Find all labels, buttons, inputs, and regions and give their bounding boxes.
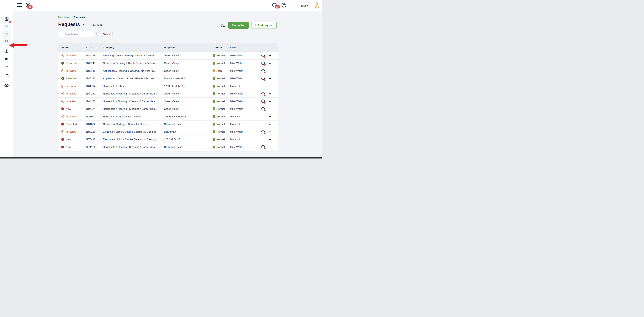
sidebar-item-rq[interactable]: RQ	[2, 31, 11, 38]
priority-label: Normal	[216, 54, 225, 57]
table-row[interactable]: In review 1184172 Household / Flooring /…	[58, 90, 278, 98]
priority-label: Normal	[216, 146, 225, 148]
chat-button[interactable]	[261, 76, 265, 81]
row-menu-button[interactable]	[269, 85, 273, 87]
status-cell: Resolved	[61, 77, 86, 80]
row-menu-button[interactable]	[269, 123, 273, 125]
table-row[interactable]: In review 1180159 Electrical / Lights / …	[58, 128, 278, 136]
column-property[interactable]: Property	[164, 46, 213, 49]
row-menu-button[interactable]	[269, 138, 273, 141]
row-menu-button[interactable]	[269, 93, 273, 95]
priority-indicator	[213, 69, 215, 72]
row-menu-button[interactable]	[269, 70, 273, 72]
row-menu-button[interactable]	[269, 131, 273, 133]
priority-cell: Normal	[213, 77, 230, 80]
chat-button[interactable]	[261, 61, 265, 65]
request-property: Green Valley	[164, 62, 213, 65]
status-label: In review	[66, 115, 76, 118]
column-id[interactable]: ID	[86, 46, 103, 49]
priority-indicator	[213, 54, 215, 57]
table-row[interactable]: In review 1185145 Appliances / Heating &…	[58, 67, 278, 75]
breadcrumb-dashboard-link[interactable]: Dashboard	[58, 16, 70, 19]
priority-label: High	[216, 69, 222, 72]
search-input[interactable]	[65, 33, 94, 36]
table-row[interactable]: In review 1185148 Plumbing / Leak / Leak…	[58, 52, 278, 59]
request-category: Electrical / Lights / Smoke Detectors / …	[103, 130, 164, 133]
request-category: Household / Flooring / Cleaning / Carpet…	[103, 100, 164, 103]
request-category: Household / Ceiling / Fan / Other	[103, 115, 164, 118]
table-row[interactable]: Resolved 1185147 Outdoors / Fencing & Ro…	[58, 59, 278, 67]
sidebar-item-files[interactable]	[2, 72, 11, 79]
row-menu-button[interactable]	[269, 108, 273, 110]
status-filter-button[interactable]: + Status	[96, 31, 112, 37]
chat-button[interactable]	[261, 92, 265, 96]
status-label: New	[66, 107, 71, 110]
priority-indicator	[213, 62, 215, 65]
requests-notification-dot	[9, 21, 11, 23]
row-menu-button[interactable]	[269, 54, 273, 57]
find-a-job-button[interactable]: Find a Job	[228, 22, 249, 29]
status-icon	[61, 138, 64, 141]
request-id: 1184714	[86, 85, 103, 88]
table-row[interactable]: Canceled 1181802 Outdoors / Garbage / Ru…	[58, 120, 278, 128]
messages-button[interactable]: 12	[272, 3, 278, 8]
page-actions: Find a Job + Add request	[221, 22, 276, 29]
help-button[interactable]	[281, 3, 286, 8]
user-menu[interactable]: Mary	[292, 2, 321, 9]
app-screen: 26 12 Mary	[0, 0, 322, 159]
row-menu-button[interactable]	[269, 146, 273, 148]
sidebar-divider	[3, 90, 10, 90]
row-menu-button[interactable]	[269, 116, 273, 118]
status-cell: Resolved	[61, 62, 86, 65]
request-property: Oakwood Estate	[164, 123, 213, 126]
priority-indicator	[213, 92, 215, 95]
priority-indicator	[213, 138, 215, 141]
request-category: Household / Flooring / Cleaning / Carpet…	[103, 92, 164, 95]
column-status[interactable]: Status	[61, 46, 86, 49]
table-row[interactable]: Resolved 1185143 Appliances / Oven / Sto…	[58, 75, 278, 82]
sidebar-item-calendar[interactable]	[2, 64, 11, 71]
request-category: Appliances / Heating & Cooling / No heat…	[103, 69, 164, 72]
status-cell: Canceled	[61, 123, 86, 126]
row-menu-button[interactable]	[269, 77, 273, 80]
table-row[interactable]: In review 1181992 Household / Ceiling / …	[58, 113, 278, 120]
chat-button[interactable]	[261, 69, 265, 73]
status-label: In review	[66, 54, 76, 57]
sidebar-item-requests[interactable]	[2, 22, 11, 29]
status-label: In review	[66, 69, 76, 72]
calendar-icon	[4, 65, 9, 70]
row-menu-button[interactable]	[269, 100, 273, 103]
status-icon	[61, 123, 64, 126]
chat-button[interactable]	[261, 99, 265, 103]
table-row[interactable]: In review 1184714 Household / Other 1233…	[58, 82, 278, 90]
avatar	[314, 2, 320, 9]
hamburger-menu-icon[interactable]	[17, 3, 22, 8]
chat-unread-dot	[264, 79, 266, 81]
requests-table: Status ID Category Property Priority Cli…	[58, 43, 278, 151]
column-priority[interactable]: Priority	[213, 46, 230, 49]
chat-button[interactable]	[261, 107, 265, 111]
status-icon	[61, 77, 64, 80]
table-row[interactable]: New 1178418 Electrical / Lights / Smoke …	[58, 136, 278, 143]
row-menu-button[interactable]	[269, 62, 273, 64]
chat-button[interactable]	[261, 130, 265, 134]
chevron-down-icon[interactable]	[82, 23, 86, 27]
request-id: 1185143	[86, 77, 103, 80]
sidebar-item-billing[interactable]	[2, 48, 11, 55]
row-density-icon[interactable]	[221, 23, 226, 28]
column-client[interactable]: Client	[230, 46, 259, 49]
chat-unread-dot	[264, 102, 266, 104]
alarm-button[interactable]: 26	[25, 2, 32, 9]
column-category[interactable]: Category	[103, 46, 164, 49]
status-cell: In review	[61, 115, 86, 118]
table-body: In review 1185148 Plumbing / Leak / Leak…	[58, 52, 278, 151]
table-row[interactable]: In review 1184173 Household / Flooring /…	[58, 97, 278, 105]
sidebar-item-people[interactable]	[2, 56, 11, 63]
chat-button[interactable]	[261, 53, 265, 58]
table-row[interactable]: New 1184174 Household / Flooring / Clean…	[58, 105, 278, 113]
sidebar-item-downloads[interactable]	[2, 81, 11, 89]
add-request-button[interactable]: + Add request	[251, 22, 276, 29]
table-row[interactable]: New 1174182 Household / Flooring / Clean…	[58, 143, 278, 151]
chat-button[interactable]	[261, 145, 265, 149]
rb-label: RB	[4, 40, 8, 43]
